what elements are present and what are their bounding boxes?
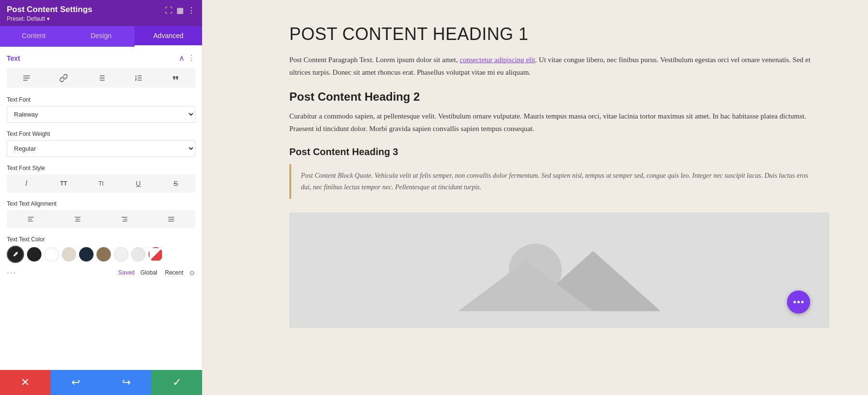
text-color-group: Text Text Color ··· Saved [7, 236, 195, 279]
align-left-btn[interactable] [9, 212, 54, 226]
redo-button[interactable]: ↪ [101, 370, 152, 395]
color-row [7, 246, 195, 263]
color-swatch-red[interactable] [149, 247, 163, 262]
font-style-row: I TT Tt U S [7, 174, 195, 193]
text-font-weight-select[interactable]: Regular Bold Light [7, 140, 195, 157]
panel-header: Post Content Settings Preset: Default ▾ … [0, 0, 202, 26]
color-tabs: Saved Global Recent ⚙ [118, 269, 195, 277]
settings-panel: Post Content Settings Preset: Default ▾ … [0, 0, 203, 395]
panel-header-icons: ⛶ ▦ ⋮ [165, 6, 195, 15]
panel-body: Text ∧ ⋮ Text Fon [0, 47, 202, 370]
content-heading-3: Post Content Heading 3 [289, 146, 829, 158]
section-icons: ∧ ⋮ [179, 53, 195, 63]
underline-btn[interactable]: U [121, 176, 156, 191]
unordered-list-btn[interactable] [83, 70, 119, 86]
svg-point-25 [794, 301, 796, 303]
strikethrough-btn[interactable]: S [158, 176, 193, 191]
color-swatch-black[interactable] [27, 247, 41, 262]
floating-dots-button[interactable] [787, 290, 810, 314]
text-alignment-label: Text Text Alignment [7, 200, 195, 207]
paragraph-style-btn[interactable] [9, 70, 44, 86]
section-collapse-icon[interactable]: ∧ [179, 53, 185, 63]
blockquote: Post Content Block Quote. Vehicula velit… [289, 164, 829, 199]
preset-label[interactable]: Preset: Default ▾ [7, 15, 93, 22]
color-swatch-beige[interactable] [62, 247, 76, 262]
italic-btn[interactable]: I [9, 176, 44, 191]
align-right-btn[interactable] [102, 212, 147, 226]
color-more-dots[interactable]: ··· [7, 268, 17, 279]
text-font-style-group: Text Font Style I TT Tt U S [7, 165, 195, 193]
color-swatch-gray[interactable] [131, 247, 146, 262]
text-color-label: Text Text Color [7, 236, 195, 243]
image-placeholder-inner [289, 212, 829, 328]
color-tab-recent[interactable]: Recent [165, 269, 183, 277]
action-bar: ✕ ↩ ↪ ✓ [0, 370, 202, 395]
tab-advanced[interactable]: Advanced [135, 26, 202, 47]
text-font-group: Text Font Raleway Open Sans Roboto [7, 96, 195, 123]
text-font-weight-label: Text Font Weight [7, 131, 195, 137]
content-heading-1: POST CONTENT HEADING 1 [289, 24, 829, 44]
placeholder-svg [458, 222, 661, 318]
undo-button[interactable]: ↩ [51, 370, 101, 395]
section-title: Text [7, 54, 20, 62]
save-button[interactable]: ✓ [151, 370, 202, 395]
color-tabs-row: ··· Saved Global Recent ⚙ [7, 268, 195, 279]
link-style-btn[interactable] [46, 70, 81, 86]
content-preview: POST CONTENT HEADING 1 Post Content Para… [203, 0, 868, 395]
color-tab-saved[interactable]: Saved [118, 269, 135, 277]
color-tab-global[interactable]: Global [140, 269, 157, 277]
content-heading-2: Post Content Heading 2 [289, 90, 829, 104]
ordered-list-btn[interactable] [121, 70, 156, 86]
content-paragraph-2: Curabitur a commodo sapien, at pellentes… [289, 110, 829, 135]
color-swatch-brown[interactable] [96, 247, 111, 262]
color-picker-btn[interactable] [7, 246, 24, 263]
text-font-style-label: Text Font Style [7, 165, 195, 171]
content-paragraph-1: Post Content Paragraph Text. Lorem ipsum… [289, 54, 829, 79]
blockquote-text: Post Content Block Quote. Vehicula velit… [301, 170, 820, 193]
panel-tabs: Content Design Advanced [0, 26, 202, 47]
blockquote-btn[interactable] [158, 70, 193, 86]
section-header: Text ∧ ⋮ [7, 53, 195, 63]
color-settings-icon[interactable]: ⚙ [189, 269, 195, 277]
uppercase-btn[interactable]: TT [46, 176, 81, 191]
color-swatch-light-gray[interactable] [114, 247, 128, 262]
section-more-icon[interactable]: ⋮ [188, 53, 195, 63]
cancel-button[interactable]: ✕ [0, 370, 51, 395]
style-buttons-row [7, 68, 195, 88]
paragraph-link[interactable]: consectetur adipiscing elit [460, 56, 535, 64]
panel-header-left: Post Content Settings Preset: Default ▾ [7, 5, 93, 22]
text-alignment-group: Text Text Alignment [7, 200, 195, 228]
panel-title: Post Content Settings [7, 5, 93, 14]
tab-content[interactable]: Content [0, 26, 68, 47]
color-swatch-white[interactable] [44, 247, 59, 262]
dots-icon [793, 301, 804, 303]
layout-icon[interactable]: ▦ [176, 6, 184, 15]
text-font-label: Text Font [7, 96, 195, 103]
tab-design[interactable]: Design [68, 26, 135, 47]
alignment-row [7, 210, 195, 228]
align-justify-btn[interactable] [149, 212, 193, 226]
image-placeholder [289, 212, 829, 328]
align-center-btn[interactable] [55, 212, 100, 226]
svg-point-26 [798, 301, 800, 303]
more-icon[interactable]: ⋮ [188, 6, 195, 15]
expand-icon[interactable]: ⛶ [165, 6, 173, 15]
text-font-weight-group: Text Font Weight Regular Bold Light [7, 131, 195, 157]
text-font-select[interactable]: Raleway Open Sans Roboto [7, 106, 195, 123]
capitalize-btn[interactable]: Tt [83, 176, 119, 191]
svg-point-27 [801, 301, 804, 303]
color-swatch-dark-blue[interactable] [79, 247, 94, 262]
